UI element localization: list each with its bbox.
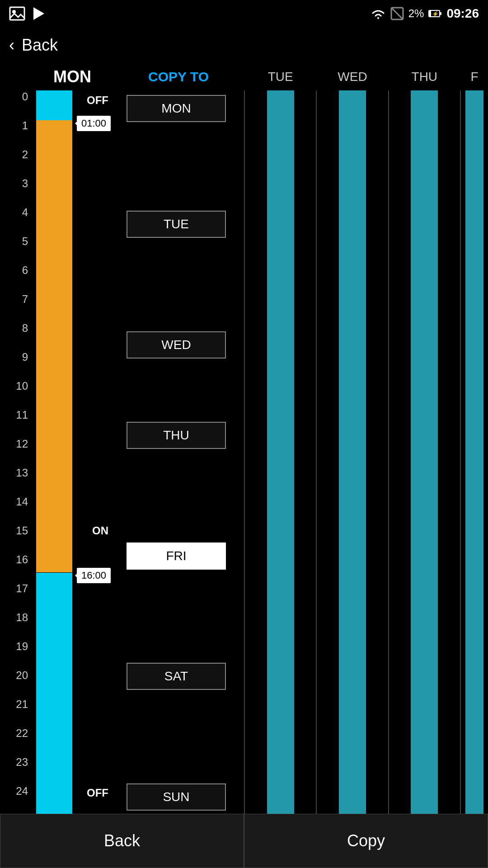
svg-marker-2: [33, 7, 44, 20]
hour-8: 8: [0, 322, 32, 351]
hour-13: 13: [0, 467, 32, 495]
svg-rect-0: [10, 7, 24, 20]
thu-bar: [411, 90, 438, 814]
bottom-buttons: Back Copy: [0, 814, 488, 868]
thu-bar-container: [408, 90, 440, 814]
copy-day-sun[interactable]: SUN: [127, 783, 226, 811]
hour-12: 12: [0, 438, 32, 467]
svg-line-4: [391, 8, 403, 19]
svg-rect-7: [429, 11, 431, 16]
hour-15: 15: [0, 524, 32, 553]
thu-header: THU: [412, 63, 438, 90]
partial-fri-header: F: [470, 63, 478, 90]
mon-bar-amber: [36, 120, 72, 572]
mon-time-callout-16: 16:00: [77, 568, 111, 583]
hour-21: 21: [0, 698, 32, 727]
clock: 09:26: [446, 6, 479, 21]
nosim-icon: [390, 7, 404, 20]
hour-5: 5: [0, 235, 32, 264]
hour-labels: 0 1 2 3 4 5 6 7 8 9 10 11 12 13 14 15 16…: [0, 63, 32, 814]
mon-label-off-top: OFF: [87, 94, 108, 107]
copy-button[interactable]: Copy: [244, 814, 488, 868]
svg-text:⚡: ⚡: [432, 10, 439, 17]
partial-fri-column: F: [461, 63, 488, 814]
hour-6: 6: [0, 264, 32, 293]
image-icon: [9, 5, 25, 22]
mon-time-callout-1: 01:00: [77, 116, 111, 131]
status-bar: 2% ⚡ 09:26: [0, 0, 488, 27]
mon-bar-cyan-bottom: [36, 573, 72, 814]
partial-fri-bar-container: [465, 90, 483, 814]
hour-22: 22: [0, 727, 32, 756]
svg-point-1: [12, 10, 16, 14]
hour-24: 24: [0, 785, 32, 814]
hour-16: 16: [0, 553, 32, 582]
copy-day-mon[interactable]: MON: [127, 95, 226, 122]
copy-to-column: COPY TO MON TUE WED THU FRI SAT SUN: [113, 63, 244, 814]
partial-fri-bar: [465, 90, 483, 814]
hour-10: 10: [0, 380, 32, 409]
hour-3: 3: [0, 177, 32, 206]
mon-bar-cyan-top: [36, 90, 72, 120]
back-arrow-icon[interactable]: ‹: [9, 36, 14, 55]
mon-schedule-area: OFF 01:00 ON 16:00 OFF: [32, 90, 113, 814]
tue-header: TUE: [268, 63, 293, 90]
wifi-icon: [371, 7, 386, 20]
svg-rect-6: [440, 12, 441, 15]
hour-17: 17: [0, 582, 32, 611]
thu-column: THU: [389, 63, 460, 814]
back-bar[interactable]: ‹ Back: [0, 27, 488, 63]
status-left-icons: [9, 5, 47, 22]
copy-day-wed[interactable]: WED: [127, 331, 226, 359]
mon-label-off-bottom: OFF: [87, 787, 108, 799]
copy-to-days[interactable]: MON TUE WED THU FRI SAT SUN: [113, 90, 244, 814]
hour-14: 14: [0, 495, 32, 524]
copy-day-tue[interactable]: TUE: [127, 211, 226, 238]
hour-1: 1: [0, 119, 32, 148]
mon-header: MON: [32, 63, 113, 90]
wed-column: WED: [317, 63, 388, 814]
hour-23: 23: [0, 756, 32, 785]
playstore-icon: [31, 5, 47, 22]
mon-column: MON OFF 01:00 ON 16:00 OFF: [32, 63, 113, 814]
hour-4: 4: [0, 206, 32, 235]
copy-day-fri[interactable]: FRI: [127, 542, 226, 570]
wed-bar: [339, 90, 366, 814]
hour-11: 11: [0, 409, 32, 438]
tue-bar-container: [265, 90, 296, 814]
copy-to-header: COPY TO: [113, 63, 244, 90]
main-content: 0 1 2 3 4 5 6 7 8 9 10 11 12 13 14 15 16…: [0, 63, 488, 814]
hour-9: 9: [0, 351, 32, 380]
battery-icon: ⚡: [428, 9, 442, 18]
status-right-icons: 2% ⚡ 09:26: [371, 6, 479, 21]
tue-column: TUE: [245, 63, 316, 814]
copy-day-thu[interactable]: THU: [127, 422, 226, 449]
mon-label-on: ON: [92, 524, 108, 537]
hour-18: 18: [0, 611, 32, 640]
back-button[interactable]: Back: [0, 814, 244, 868]
tue-bar: [267, 90, 294, 814]
hour-20: 20: [0, 669, 32, 698]
wed-bar-container: [337, 90, 368, 814]
back-bar-label: Back: [22, 36, 58, 55]
copy-day-sat[interactable]: SAT: [127, 663, 226, 690]
hour-7: 7: [0, 293, 32, 322]
hour-19: 19: [0, 640, 32, 669]
wed-header: WED: [338, 63, 367, 90]
hour-2: 2: [0, 148, 32, 177]
hour-0: 0: [0, 90, 32, 119]
battery-percent: 2%: [408, 7, 424, 20]
